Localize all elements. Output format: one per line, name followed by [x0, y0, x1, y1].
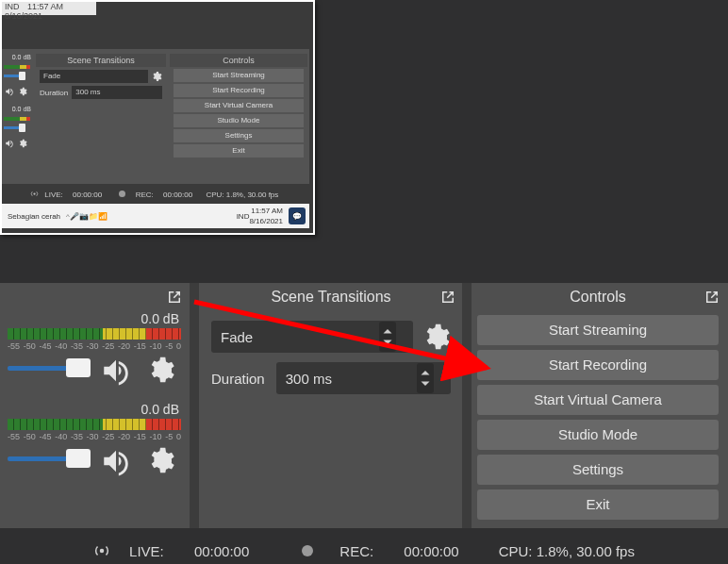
mini-exit-button[interactable]: Exit	[174, 144, 304, 158]
mini-volume-thumb[interactable]	[19, 72, 25, 80]
mini-windows-taskbar: Sebagian cerah ^ 🎤 📷 📁 📶 IND 11:57 AM 8/…	[2, 204, 309, 228]
gear-icon[interactable]	[151, 71, 162, 82]
mini-volume-thumb[interactable]	[19, 124, 25, 132]
mixer-channel: 0.0 dB-55-50-45-40-35-30-25-20-15-10-50	[0, 402, 189, 479]
mini-settings-button[interactable]: Settings	[174, 129, 304, 142]
live-label: LIVE:	[129, 543, 164, 559]
dock-splitter[interactable]	[190, 283, 199, 528]
volume-slider[interactable]	[8, 456, 74, 461]
transition-select-stepper[interactable]	[379, 322, 396, 352]
gear-icon[interactable]	[145, 445, 175, 475]
mini-db-label: 0.0 dB	[12, 54, 31, 60]
broadcast-icon	[30, 190, 39, 198]
gear-icon[interactable]	[145, 355, 175, 385]
volume-thumb[interactable]	[66, 449, 91, 468]
popout-icon[interactable]	[166, 289, 183, 306]
broadcast-icon	[93, 542, 110, 559]
mini-panel-title: Scene Transitions	[36, 54, 166, 67]
exit-button[interactable]: Exit	[477, 489, 719, 520]
duration-stepper[interactable]	[417, 363, 434, 393]
mini-start-streaming-button[interactable]: Start Streaming	[174, 69, 304, 82]
mini-rec-time: 00:00:00	[163, 191, 192, 199]
dock-splitter[interactable]	[462, 283, 472, 528]
microphone-icon: 🎤	[70, 212, 79, 221]
obs-docks: 0.0 dB-55-50-45-40-35-30-25-20-15-10-500…	[0, 283, 728, 528]
scene-transitions-title: Scene Transitions	[271, 289, 390, 305]
mini-start-virtual-camera-button[interactable]: Start Virtual Camera	[174, 99, 304, 112]
mini-live-time: 00:00:00	[73, 191, 102, 199]
audio-mixer-header	[0, 283, 189, 311]
chevron-up-icon[interactable]	[417, 363, 434, 378]
start-virtual-camera-button[interactable]: Start Virtual Camera	[477, 385, 719, 415]
controls-title: Controls	[570, 289, 626, 305]
clock-date: 8/16/2021	[249, 216, 283, 226]
vu-meter	[8, 419, 181, 430]
vu-meter	[8, 328, 181, 340]
mini-cpu: CPU: 1.8%, 30.00 fps	[206, 191, 278, 199]
speaker-icon[interactable]	[5, 139, 14, 148]
embedded-screenshot: IND 11:57 AM 8/16/2021 0.0 dB 0.0 dB Sce…	[0, 0, 315, 235]
chevron-up-icon[interactable]	[379, 322, 396, 337]
mini-controls: Controls Start StreamingStart RecordingS…	[170, 54, 307, 159]
live-time: 00:00:00	[194, 543, 249, 559]
popout-icon[interactable]	[439, 289, 456, 306]
rec-label: REC:	[339, 543, 373, 559]
scale-ticks: -55-50-45-40-35-30-25-20-15-10-50	[8, 432, 181, 441]
ime-indicator[interactable]: IND	[237, 212, 250, 221]
scene-transitions-header: Scene Transitions	[200, 283, 462, 311]
mini-vu-meter	[4, 65, 30, 69]
mini-duration-label: Duration	[40, 89, 68, 97]
popout-icon[interactable]	[703, 289, 720, 306]
gear-icon[interactable]	[421, 322, 451, 352]
transition-select[interactable]: Fade	[211, 321, 413, 353]
chevron-down-icon[interactable]	[417, 378, 434, 393]
mini-duration-input[interactable]: 300 ms	[72, 86, 162, 99]
record-indicator-icon	[302, 545, 313, 556]
mini-db-label: 0.0 dB	[12, 106, 31, 112]
chevron-down-icon[interactable]	[379, 337, 396, 352]
settings-button[interactable]: Settings	[477, 455, 719, 485]
mini-start-recording-button[interactable]: Start Recording	[174, 84, 304, 97]
speaker-icon[interactable]	[100, 355, 132, 387]
studio-mode-button[interactable]: Studio Mode	[477, 420, 719, 450]
camera-icon: 📷	[79, 212, 89, 221]
mini-vu-meter	[4, 117, 30, 121]
scale-ticks: -55-50-45-40-35-30-25-20-15-10-50	[8, 341, 181, 351]
duration-input[interactable]: 300 ms	[276, 362, 451, 394]
mini-live-label: LIVE:	[44, 191, 63, 199]
mixer-channel: 0.0 dB-55-50-45-40-35-30-25-20-15-10-50	[0, 311, 189, 389]
speaker-icon[interactable]	[100, 445, 132, 477]
clock-time: 11:57 AM	[249, 206, 283, 216]
audio-mixer-dock: 0.0 dB-55-50-45-40-35-30-25-20-15-10-500…	[0, 283, 189, 528]
status-bar: LIVE: 00:00:00 REC: 00:00:00 CPU: 1.8%, …	[0, 538, 728, 564]
scene-transitions-dock: Scene Transitions Fade Duration 300 ms	[200, 283, 462, 528]
cpu-usage: CPU: 1.8%, 30.00 fps	[499, 543, 635, 559]
db-label: 0.0 dB	[0, 311, 189, 326]
db-label: 0.0 dB	[0, 402, 189, 417]
mini-transition-select[interactable]: Fade	[40, 70, 148, 83]
mini-rec-label: REC:	[136, 191, 154, 199]
wifi-icon: 📶	[98, 212, 108, 221]
rec-time: 00:00:00	[404, 543, 458, 559]
controls-header: Controls	[470, 283, 726, 311]
mini-panel-title: Controls	[170, 54, 307, 67]
start-streaming-button[interactable]: Start Streaming	[477, 315, 719, 345]
mini-taskbar-top: IND 11:57 AM 8/16/2021	[2, 2, 96, 15]
controls-dock: Controls Start StreamingStart RecordingS…	[470, 283, 726, 528]
gear-icon[interactable]	[18, 87, 27, 96]
volume-thumb[interactable]	[66, 358, 91, 377]
duration-value: 300 ms	[286, 371, 332, 387]
folder-icon: 📁	[89, 212, 98, 221]
gear-icon[interactable]	[18, 139, 27, 148]
weather-text: Sebagian cerah	[8, 212, 60, 221]
speaker-icon[interactable]	[5, 87, 14, 96]
start-recording-button[interactable]: Start Recording	[477, 350, 719, 380]
duration-label: Duration	[211, 371, 265, 387]
mini-scene-transitions: Scene Transitions Fade Duration 300 ms	[36, 54, 166, 102]
mini-status-bar: LIVE: 00:00:00 REC: 00:00:00 CPU: 1.8%, …	[2, 189, 309, 202]
mini-audio-mixer: 0.0 dB 0.0 dB	[2, 54, 33, 158]
notification-icon[interactable]: 💬	[289, 207, 306, 224]
volume-slider[interactable]	[8, 366, 74, 371]
transition-select-value: Fade	[221, 329, 253, 345]
mini-studio-mode-button[interactable]: Studio Mode	[174, 114, 304, 127]
